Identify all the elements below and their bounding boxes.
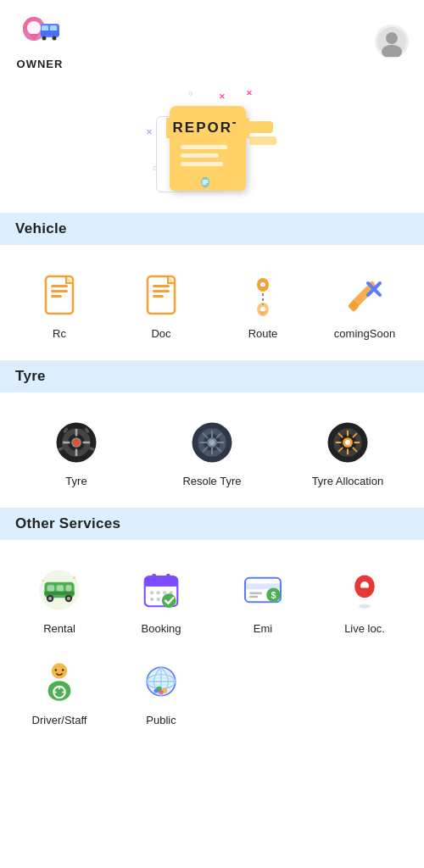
vehicle-item-route[interactable]: Route — [212, 260, 314, 352]
svg-rect-20 — [51, 295, 62, 298]
public-label: Public — [146, 714, 176, 726]
other-item-public[interactable]: Public — [110, 647, 212, 738]
tyre-item-allocation[interactable]: Tyre Allocation — [280, 408, 416, 499]
svg-point-8 — [53, 36, 57, 41]
liveloc-icon — [338, 564, 391, 616]
svg-text:$: $ — [271, 590, 276, 600]
svg-point-97 — [157, 598, 160, 601]
resole-tyre-icon — [186, 416, 238, 469]
report-ribbon — [236, 121, 273, 133]
report-ribbon2 — [249, 136, 276, 145]
svg-rect-89 — [145, 582, 178, 587]
comingsoon-icon — [338, 269, 391, 321]
tyre-grid: Tyre Resole Tyre — [0, 392, 424, 508]
svg-point-115 — [55, 669, 58, 671]
route-label: Route — [248, 327, 278, 340]
other-item-rental[interactable]: Rental — [8, 555, 110, 647]
tyre-item-resole[interactable]: Resole Tyre — [144, 408, 280, 499]
svg-point-98 — [162, 593, 176, 608]
vehicle-grid: Rc Doc — [0, 245, 424, 360]
svg-rect-19 — [51, 290, 68, 292]
other-item-emi[interactable]: $ Emi — [212, 555, 314, 647]
svg-point-109 — [52, 663, 67, 678]
svg-rect-102 — [249, 596, 258, 598]
svg-rect-18 — [51, 285, 68, 287]
svg-point-2 — [27, 21, 41, 35]
other-item-driverstaff[interactable]: Driver/Staff — [8, 647, 110, 738]
svg-rect-6 — [50, 25, 57, 31]
vehicle-item-doc[interactable]: Doc — [110, 260, 212, 352]
svg-point-85 — [73, 576, 75, 579]
svg-rect-90 — [152, 574, 156, 581]
svg-rect-91 — [166, 574, 170, 581]
tyre-icon — [50, 416, 103, 469]
svg-rect-101 — [249, 593, 262, 595]
resole-tyre-label: Resole Tyre — [182, 475, 241, 487]
report-banner: ○ ✕ ✕ ○— ○— ✕ REPORT — [0, 79, 424, 213]
svg-point-66 — [345, 440, 350, 445]
deco2: ✕ — [246, 89, 253, 97]
svg-rect-15 — [203, 181, 209, 182]
svg-point-108 — [359, 604, 370, 609]
vehicle-section-header: Vehicle — [0, 213, 424, 245]
svg-point-94 — [163, 591, 166, 594]
emi-label: Emi — [254, 622, 272, 635]
tyre-allocation-icon — [321, 416, 374, 469]
rc-icon — [33, 269, 86, 321]
svg-rect-84 — [44, 592, 74, 595]
report-illustration: ○ ✕ ✕ ○— ○— ✕ REPORT — [144, 87, 280, 198]
account-button[interactable] — [375, 25, 409, 58]
comingsoon-label: comingSoon — [334, 327, 395, 340]
svg-point-11 — [386, 32, 398, 44]
svg-point-86 — [42, 580, 44, 582]
svg-point-93 — [157, 591, 160, 594]
svg-rect-78 — [57, 585, 64, 592]
header: OWNER — [0, 0, 424, 79]
tyre-label: Tyre — [65, 475, 86, 487]
report-line-1 — [181, 145, 227, 149]
tyre-section-header: Tyre — [0, 360, 424, 392]
vehicle-item-comingsoon[interactable]: comingSoon — [314, 260, 416, 352]
svg-point-96 — [150, 598, 153, 601]
svg-point-124 — [159, 690, 163, 694]
svg-rect-77 — [47, 585, 54, 592]
emi-icon: $ — [237, 564, 289, 616]
deco6: ✕ — [219, 92, 226, 101]
deco1: ○ — [188, 89, 192, 97]
logo-icon — [15, 12, 64, 56]
report-doc-lines — [181, 145, 236, 170]
report-doc: REPORT — [170, 106, 246, 191]
tyre-item-tyre[interactable]: Tyre — [8, 408, 144, 499]
other-grid: Rental Bo — [0, 540, 424, 747]
account-icon — [377, 26, 407, 57]
svg-point-53 — [209, 440, 215, 446]
svg-point-81 — [48, 597, 52, 600]
other-item-booking[interactable]: Booking — [110, 555, 212, 647]
report-doc-icon — [196, 174, 220, 191]
rc-label: Rc — [53, 327, 66, 340]
svg-rect-9 — [41, 31, 59, 36]
report-line-2 — [181, 153, 219, 158]
deco3: ✕ — [146, 128, 153, 136]
svg-rect-22 — [153, 285, 170, 287]
svg-point-116 — [62, 669, 64, 671]
svg-rect-16 — [203, 183, 207, 184]
other-item-liveloc[interactable]: Live loc. — [314, 555, 416, 647]
rental-label: Rental — [43, 622, 75, 635]
report-line-3 — [181, 162, 223, 166]
logo-area: OWNER — [15, 12, 64, 70]
svg-point-125 — [154, 688, 159, 693]
svg-rect-14 — [203, 180, 209, 181]
driverstaff-icon — [33, 655, 86, 708]
logo-label: OWNER — [17, 58, 64, 70]
vehicle-item-rc[interactable]: Rc — [8, 260, 110, 352]
rental-icon — [33, 564, 86, 616]
tyre-allocation-label: Tyre Allocation — [312, 475, 384, 487]
public-icon — [135, 655, 187, 708]
svg-rect-24 — [153, 295, 164, 298]
svg-rect-5 — [42, 25, 48, 31]
liveloc-label: Live loc. — [344, 622, 385, 635]
svg-point-83 — [67, 597, 70, 600]
other-section-header: Other Services — [0, 508, 424, 540]
svg-point-7 — [42, 36, 47, 41]
